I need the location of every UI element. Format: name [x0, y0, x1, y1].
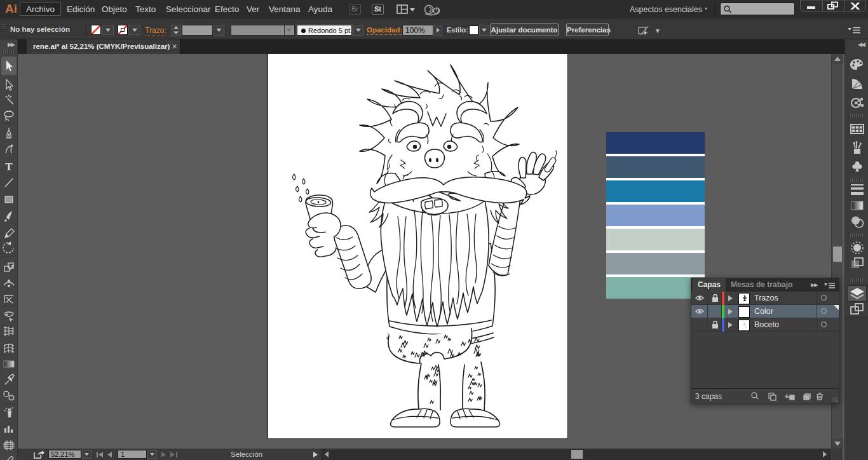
svg-text:T: T — [5, 161, 13, 173]
